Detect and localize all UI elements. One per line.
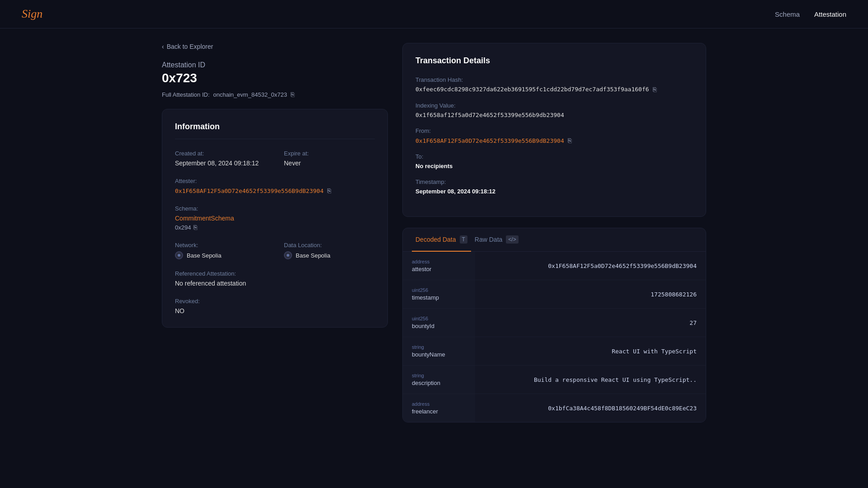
expire-at-value: Never [284, 160, 375, 167]
attester-field: Attester: 0x1F658AF12F5a0D72e4652f53399e… [175, 178, 375, 194]
network-value: Base Sepolia [187, 252, 222, 259]
data-location-value: Base Sepolia [296, 252, 330, 259]
main-content: ‹ Back to Explorer Attestation ID 0x723 … [140, 28, 728, 437]
network-badge: Base Sepolia [175, 251, 266, 259]
decoded-row-bountyid: uint256 bountyId 27 [403, 309, 706, 337]
indexing-label: Indexing Value: [415, 102, 693, 109]
decoded-type-attestor: address [412, 259, 466, 264]
attester-label: Attester: [175, 178, 375, 184]
decoded-value-bountyid: 27 [475, 309, 706, 337]
decoded-row-timestamp: uint256 timestamp 1725808682126 [403, 280, 706, 309]
decoded-type-freelancer: address [412, 401, 466, 407]
schema-id-value: 0x294 [175, 224, 191, 231]
decoded-label-bountyid: uint256 bountyId [403, 309, 475, 337]
network-dot [175, 251, 183, 259]
decoded-field-bountyid: bountyId [412, 323, 466, 329]
attester-value: 0x1F658AF12F5a0D72e4652f53399e556B9dB239… [175, 187, 375, 194]
indexing-field: Indexing Value: 0x1f658af12f5a0d72e4652f… [415, 102, 693, 118]
referenced-label: Referenced Attestation: [175, 270, 375, 277]
created-at-value: September 08, 2024 09:18:12 [175, 160, 266, 167]
left-panel: ‹ Back to Explorer Attestation ID 0x723 … [162, 43, 388, 422]
revoked-field: Revoked: NO [175, 298, 375, 314]
decoded-row-bountyname: string bountyName React UI with TypeScri… [403, 337, 706, 366]
decoded-value-description: Build a responsive React UI using TypeSc… [475, 366, 706, 394]
to-field: To: No recipients [415, 153, 693, 169]
decoded-type-timestamp: uint256 [412, 287, 466, 293]
network-field: Network: Base Sepolia [175, 242, 266, 259]
decoded-field-freelancer: freelancer [412, 408, 466, 415]
to-value: No recipients [415, 163, 693, 169]
from-value[interactable]: 0x1F658AF12F5a0D72e4652f53399e556B9dB239… [415, 137, 693, 144]
tab-raw-data[interactable]: Raw Data </> [471, 228, 522, 252]
copy-schema-id-button[interactable]: ⎘ [193, 224, 197, 231]
nav-schema[interactable]: Schema [775, 10, 800, 18]
data-location-field: Data Location: Base Sepolia [284, 242, 375, 259]
schema-name[interactable]: CommitmentSchema [175, 215, 375, 222]
from-label: From: [415, 127, 693, 134]
created-expire-row: Created at: September 08, 2024 09:18:12 … [175, 150, 375, 167]
transaction-card: Transaction Details Transaction Hash: 0x… [402, 43, 706, 217]
schema-id: 0x294 ⎘ [175, 224, 375, 231]
revoked-value: NO [175, 307, 375, 314]
decoded-tab-icon: T [460, 235, 467, 244]
decoded-value-freelancer: 0x1bfCa38A4c458f8DB18560249BF54dE0c89EeC… [475, 394, 706, 422]
decoded-row-attestor: address attestor 0x1F658AF12F5a0D72e4652… [403, 252, 706, 280]
transaction-title: Transaction Details [415, 56, 693, 66]
expire-at-field: Expire at: Never [284, 150, 375, 167]
network-row: Network: Base Sepolia Data Location: Bas… [175, 242, 375, 259]
decoded-label-bountyname: string bountyName [403, 337, 475, 365]
decoded-type-bountyid: uint256 [412, 316, 466, 321]
decoded-table: address attestor 0x1F658AF12F5a0D72e4652… [403, 252, 706, 422]
tx-hash-value: 0xfeec69cdc8298c9327da622eb3691595fc1cdd… [415, 86, 693, 93]
decoded-type-description: string [412, 373, 466, 378]
navbar: Sign Schema Attestation [0, 0, 868, 28]
decoded-field-description: description [412, 380, 466, 386]
navbar-links: Schema Attestation [775, 10, 846, 18]
indexing-value: 0x1f658af12f5a0d72e4652f53399e556b9db239… [415, 112, 693, 118]
attester-address[interactable]: 0x1F658AF12F5a0D72e4652f53399e556B9dB239… [175, 188, 324, 194]
network-label: Network: [175, 242, 266, 249]
data-location-dot [284, 251, 292, 259]
chevron-left-icon: ‹ [162, 43, 164, 50]
decoded-label-description: string description [403, 366, 475, 394]
schema-label: Schema: [175, 205, 375, 212]
full-id-prefix: Full Attestation ID: [162, 91, 210, 98]
information-card: Information Created at: September 08, 20… [162, 109, 388, 328]
decoded-value-timestamp: 1725808682126 [475, 280, 706, 308]
decoded-field-attestor: attestor [412, 266, 466, 272]
referenced-field: Referenced Attestation: No referenced at… [175, 270, 375, 287]
tx-hash-label: Transaction Hash: [415, 76, 693, 83]
info-card-title: Information [175, 122, 375, 139]
decoded-type-bountyname: string [412, 344, 466, 350]
expire-at-label: Expire at: [284, 150, 375, 157]
tx-hash-field: Transaction Hash: 0xfeec69cdc8298c9327da… [415, 76, 693, 93]
attestation-id-value: 0x723 [162, 71, 388, 85]
timestamp-field: Timestamp: September 08, 2024 09:18:12 [415, 178, 693, 195]
full-id-value: onchain_evm_84532_0x723 [213, 91, 287, 98]
data-location-badge: Base Sepolia [284, 251, 375, 259]
attestation-id-label: Attestation ID [162, 61, 388, 69]
decoded-label-timestamp: uint256 timestamp [403, 280, 475, 308]
copy-tx-hash-button[interactable]: ⎘ [653, 86, 656, 93]
decoded-row-freelancer: address freelancer 0x1bfCa38A4c458f8DB18… [403, 394, 706, 422]
revoked-label: Revoked: [175, 298, 375, 305]
timestamp-value: September 08, 2024 09:18:12 [415, 188, 693, 195]
full-attestation-id: Full Attestation ID: onchain_evm_84532_0… [162, 91, 388, 98]
decoded-label-attestor: address attestor [403, 252, 475, 280]
schema-field: Schema: CommitmentSchema 0x294 ⎘ [175, 205, 375, 231]
decoded-field-bountyname: bountyName [412, 351, 466, 358]
copy-attester-button[interactable]: ⎘ [327, 187, 331, 194]
timestamp-label: Timestamp: [415, 178, 693, 185]
decoded-field-timestamp: timestamp [412, 294, 466, 301]
data-location-label: Data Location: [284, 242, 375, 249]
tab-decoded-data[interactable]: Decoded Data T [412, 228, 471, 252]
copy-full-id-button[interactable]: ⎘ [291, 91, 294, 98]
back-link[interactable]: ‹ Back to Explorer [162, 43, 388, 50]
to-label: To: [415, 153, 693, 160]
decoded-value-bountyname: React UI with TypeScript [475, 337, 706, 365]
created-at-label: Created at: [175, 150, 266, 157]
raw-tab-icon: </> [506, 235, 518, 244]
nav-attestation[interactable]: Attestation [814, 10, 846, 18]
decoded-card: Decoded Data T Raw Data </> address atte… [402, 228, 706, 422]
copy-from-button[interactable]: ⎘ [568, 137, 571, 144]
